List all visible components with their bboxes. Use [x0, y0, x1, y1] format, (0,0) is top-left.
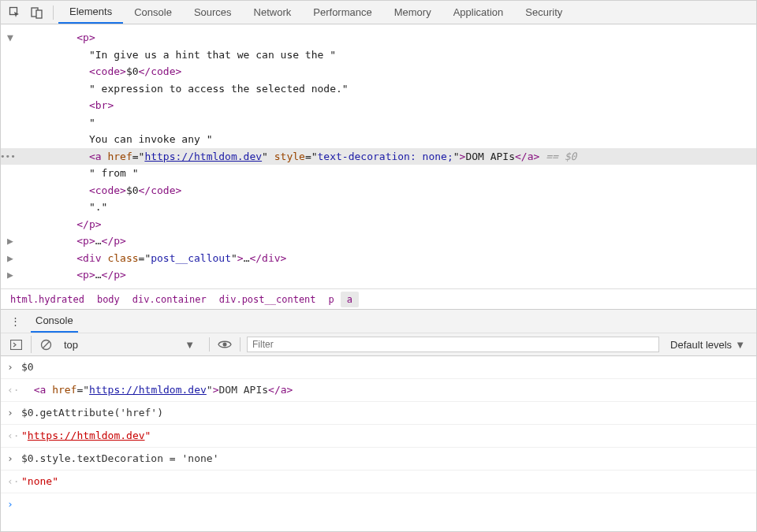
context-label: top: [64, 339, 78, 351]
live-expression-icon[interactable]: [216, 336, 233, 353]
text-node: $0: [126, 184, 139, 196]
console-output: <a href="https://htmldom.dev">DOM APIs</…: [21, 381, 293, 399]
ellipsis[interactable]: …: [95, 269, 102, 281]
console-body[interactable]: › $0 ‹· <a href="https://htmldom.dev">DO…: [1, 356, 756, 522]
tag-p-open: <p>: [76, 235, 95, 247]
tree-line[interactable]: ".": [1, 199, 756, 216]
tree-line[interactable]: ▼ <p>: [1, 29, 756, 47]
console-prompt[interactable]: ›: [1, 493, 756, 515]
tree-line[interactable]: " from ": [1, 165, 756, 182]
tag-p-close: </p>: [76, 218, 101, 230]
indent: [15, 133, 89, 145]
tag-br: <br>: [89, 99, 114, 111]
tree-line[interactable]: ▶ <div class="post__callout">…</div>: [1, 250, 756, 267]
tag-code-close: </code>: [139, 184, 182, 196]
breadcrumb: html.hydrated body div.container div.pos…: [1, 288, 756, 309]
tree-line-selected[interactable]: ••• <a href="https://htmldom.dev" style=…: [1, 148, 756, 166]
text-node: $0: [126, 65, 139, 77]
tree-line[interactable]: ": [1, 114, 756, 132]
console-toolbar: top ▼ Default levels ▼: [1, 333, 756, 356]
toolbar-divider: [209, 337, 210, 352]
indent: [15, 151, 89, 162]
collapse-icon[interactable]: ▼: [7, 29, 15, 47]
device-toggle-icon[interactable]: [26, 2, 48, 24]
tree-line[interactable]: ▶ <p>…</p>: [1, 233, 756, 250]
console-input-row[interactable]: › $0: [1, 356, 756, 379]
tree-line[interactable]: " expression to access the selected node…: [1, 80, 756, 98]
console-input-row[interactable]: › $0.style.textDecoration = 'none': [1, 448, 756, 471]
crumb-body[interactable]: body: [91, 292, 126, 307]
clear-console-icon[interactable]: [31, 336, 54, 353]
expand-icon[interactable]: ▶: [7, 233, 15, 250]
indent: [15, 201, 89, 213]
text-node: ".": [89, 201, 107, 213]
console-sidebar-toggle-icon[interactable]: [7, 336, 24, 353]
indent: [15, 235, 76, 247]
tab-performance[interactable]: Performance: [302, 1, 382, 24]
indent: [15, 252, 76, 264]
ellipsis[interactable]: …: [95, 235, 102, 247]
console-output-row[interactable]: ‹· "https://htmldom.dev": [1, 425, 756, 448]
inspect-icon[interactable]: [4, 2, 26, 24]
tab-sources[interactable]: Sources: [183, 1, 243, 24]
devtools-toolbar: Elements Console Sources Network Perform…: [1, 1, 756, 24]
tab-security[interactable]: Security: [514, 1, 573, 24]
output-arrow-icon: ‹·: [7, 427, 21, 445]
attr-class-value: post__callout: [151, 252, 231, 264]
expand-icon[interactable]: ▶: [7, 250, 15, 267]
indent: [15, 49, 89, 61]
tag-p-open: <p>: [76, 269, 95, 281]
crumb-html[interactable]: html.hydrated: [4, 292, 91, 307]
input-arrow-icon: ›: [7, 359, 21, 376]
attr-href-value[interactable]: https://htmldom.dev: [144, 151, 262, 162]
text-node: "In give us a hint that we can use the ": [89, 49, 336, 61]
console-drawer-header: ⋮ Console: [1, 309, 756, 333]
tree-line[interactable]: <code>$0</code>: [1, 182, 756, 199]
tree-line[interactable]: <br>: [1, 97, 756, 114]
console-input: $0.getAttribute('href'): [21, 404, 163, 422]
attr-href: href: [102, 151, 132, 162]
gutter-dots-icon[interactable]: •••: [1, 148, 16, 166]
tree-line[interactable]: You can invoke any ": [1, 131, 756, 148]
crumb-a[interactable]: a: [341, 292, 359, 307]
elements-panel[interactable]: ▼ <p> "In give us a hint that we can use…: [1, 24, 756, 288]
tab-elements[interactable]: Elements: [58, 1, 123, 24]
crumb-p[interactable]: p: [323, 292, 341, 307]
crumb-post-content[interactable]: div.post__content: [213, 292, 323, 307]
tree-line[interactable]: "In give us a hint that we can use the ": [1, 47, 756, 64]
prompt-arrow-icon: ›: [7, 496, 21, 513]
drawer-tab-console[interactable]: Console: [31, 310, 78, 333]
tag-a-close: </a>: [515, 151, 539, 162]
tag-a-open: <a: [89, 151, 102, 162]
log-levels-select[interactable]: Default levels ▼: [666, 339, 750, 351]
tree-line[interactable]: </p>: [1, 216, 756, 233]
tag-p-close: </p>: [102, 269, 126, 281]
attr-class: class: [102, 252, 139, 264]
console-output-row[interactable]: ‹· <a href="https://htmldom.dev">DOM API…: [1, 379, 756, 402]
chevron-down-icon: ▼: [185, 339, 200, 351]
tree-line[interactable]: ▶ <p>…</p>: [1, 266, 756, 284]
panel-tabs: Elements Console Sources Network Perform…: [58, 1, 573, 24]
filter-input[interactable]: [247, 337, 659, 352]
attr-style-value: text-decoration: none;: [318, 151, 453, 162]
selected-indicator: == $0: [539, 151, 576, 162]
expand-icon[interactable]: ▶: [7, 266, 15, 284]
tree-line[interactable]: <code>$0</code>: [1, 63, 756, 80]
tab-application[interactable]: Application: [442, 1, 515, 24]
console-input: $0.style.textDecoration = 'none': [21, 450, 218, 467]
tab-memory[interactable]: Memory: [383, 1, 442, 24]
text-node: ": [89, 117, 95, 128]
eq: =: [132, 151, 139, 162]
toolbar-divider: [53, 6, 54, 20]
tab-console[interactable]: Console: [123, 1, 183, 24]
console-input-row[interactable]: › $0.getAttribute('href'): [1, 402, 756, 425]
dom-tree[interactable]: ▼ <p> "In give us a hint that we can use…: [1, 24, 756, 288]
crumb-container[interactable]: div.container: [126, 292, 213, 307]
execution-context-select[interactable]: top ▼: [61, 339, 203, 351]
attr-style: style: [268, 151, 305, 162]
drawer-menu-icon[interactable]: ⋮: [7, 315, 23, 327]
tab-network[interactable]: Network: [243, 1, 303, 24]
eq: =: [305, 151, 311, 162]
output-arrow-icon: ‹·: [7, 381, 21, 399]
console-output-row[interactable]: ‹· "none": [1, 471, 756, 493]
